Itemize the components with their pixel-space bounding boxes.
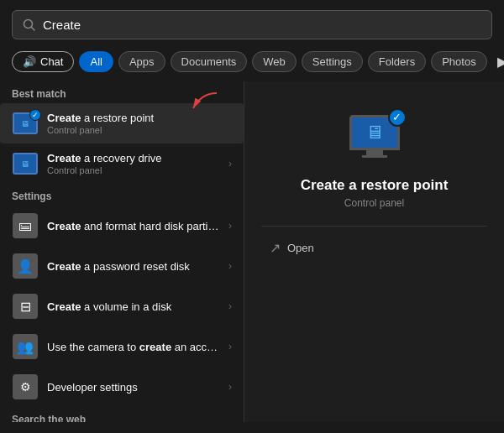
tab-web-label: Web	[263, 55, 286, 68]
tab-apps[interactable]: Apps	[118, 51, 165, 72]
scroll-right-button[interactable]: ▶	[492, 50, 504, 73]
result-camera-account[interactable]: 👥 Use the camera to create an account pi…	[0, 326, 244, 367]
restore-point-title: Create a restore point	[47, 112, 232, 124]
search-icon	[23, 18, 36, 32]
tab-folders-label: Folders	[379, 55, 415, 68]
password-reset-title: Create a password reset disk	[47, 260, 220, 273]
camera-account-icon: 👥	[12, 333, 39, 360]
search-input[interactable]	[43, 18, 481, 32]
camera-account-title: Use the camera to create an account pict…	[47, 341, 220, 353]
password-reset-chevron: ›	[228, 260, 232, 272]
developer-title: Developer settings	[47, 381, 220, 394]
developer-chevron: ›	[228, 381, 232, 393]
open-icon: ↗	[270, 240, 281, 256]
tab-documents-label: Documents	[181, 55, 237, 68]
tab-all[interactable]: All	[79, 51, 113, 72]
hard-disk-title: Create and format hard disk partitions	[47, 220, 220, 232]
recovery-drive-chevron: ›	[228, 158, 232, 170]
settings-section-label: Settings	[0, 184, 244, 206]
result-password-reset[interactable]: 👤 Create a password reset disk ›	[0, 246, 244, 286]
right-panel-title: Create a restore point	[301, 177, 449, 194]
monitor-base	[362, 155, 387, 158]
recovery-drive-title: Create a recovery drive	[47, 152, 220, 164]
search-web-label: Search the web	[0, 407, 244, 422]
best-match-label: Best match	[0, 81, 244, 103]
chat-icon: 🔊	[23, 55, 36, 68]
restore-point-text: Create a restore point Control panel	[47, 112, 232, 135]
volume-icon: ⊟	[12, 293, 39, 320]
restore-point-icon: 🖥 ✓	[12, 110, 39, 137]
result-volume[interactable]: ⊟ Create a volume in a disk ›	[0, 286, 244, 326]
filter-tabs: 🔊 Chat All Apps Documents Web Settings F…	[0, 50, 504, 81]
developer-icon: ⚙	[12, 373, 39, 400]
restore-point-subtitle: Control panel	[47, 125, 232, 135]
svg-line-1	[32, 27, 35, 30]
camera-account-chevron: ›	[228, 341, 232, 352]
hard-disk-text: Create and format hard disk partitions	[47, 220, 220, 232]
open-action[interactable]: ↗ Open	[261, 240, 314, 256]
search-bar[interactable]	[12, 10, 492, 39]
password-reset-icon: 👤	[12, 253, 39, 279]
checkmark-badge: ✓	[388, 108, 407, 127]
tab-apps-label: Apps	[129, 55, 155, 68]
tab-photos[interactable]: Photos	[431, 51, 486, 72]
volume-title: Create a volume in a disk	[47, 300, 220, 313]
tab-photos-label: Photos	[442, 55, 475, 68]
open-label: Open	[287, 242, 314, 254]
developer-text: Developer settings	[47, 381, 220, 394]
volume-text: Create a volume in a disk	[47, 300, 220, 313]
volume-chevron: ›	[228, 300, 232, 312]
tab-all-label: All	[90, 55, 102, 68]
recovery-drive-subtitle: Control panel	[47, 165, 220, 175]
tab-web[interactable]: Web	[252, 51, 297, 72]
right-panel-subtitle: Control panel	[344, 197, 404, 209]
camera-account-text: Use the camera to create an account pict…	[47, 341, 220, 353]
password-reset-text: Create a password reset disk	[47, 260, 220, 273]
recovery-drive-icon: 🖥	[12, 150, 39, 177]
hard-disk-icon: 🖴	[12, 212, 39, 239]
right-panel: 🖥 ✓ Create a restore point Control panel…	[244, 81, 504, 422]
tab-chat[interactable]: 🔊 Chat	[12, 51, 74, 72]
right-panel-icon-container: 🖥 ✓	[341, 107, 408, 165]
tab-folders[interactable]: Folders	[368, 51, 426, 72]
tab-settings[interactable]: Settings	[302, 51, 363, 72]
tab-settings-label: Settings	[312, 55, 352, 68]
result-restore-point[interactable]: 🖥 ✓ Create a restore point Control panel	[0, 103, 244, 143]
monitor-screen-icon: 🖥	[365, 122, 384, 143]
recovery-drive-text: Create a recovery drive Control panel	[47, 152, 220, 175]
main-content: Best match 🖥 ✓ Create a restore point Co…	[0, 81, 504, 422]
result-developer[interactable]: ⚙ Developer settings ›	[0, 367, 244, 407]
right-panel-divider	[261, 226, 487, 227]
tab-chat-label: Chat	[40, 55, 63, 68]
left-panel: Best match 🖥 ✓ Create a restore point Co…	[0, 81, 244, 422]
hard-disk-chevron: ›	[228, 220, 232, 232]
monitor-illustration: 🖥 ✓	[349, 115, 400, 158]
tab-documents[interactable]: Documents	[171, 51, 248, 72]
result-recovery-drive[interactable]: 🖥 Create a recovery drive Control panel …	[0, 143, 244, 184]
result-hard-disk[interactable]: 🖴 Create and format hard disk partitions…	[0, 206, 244, 246]
